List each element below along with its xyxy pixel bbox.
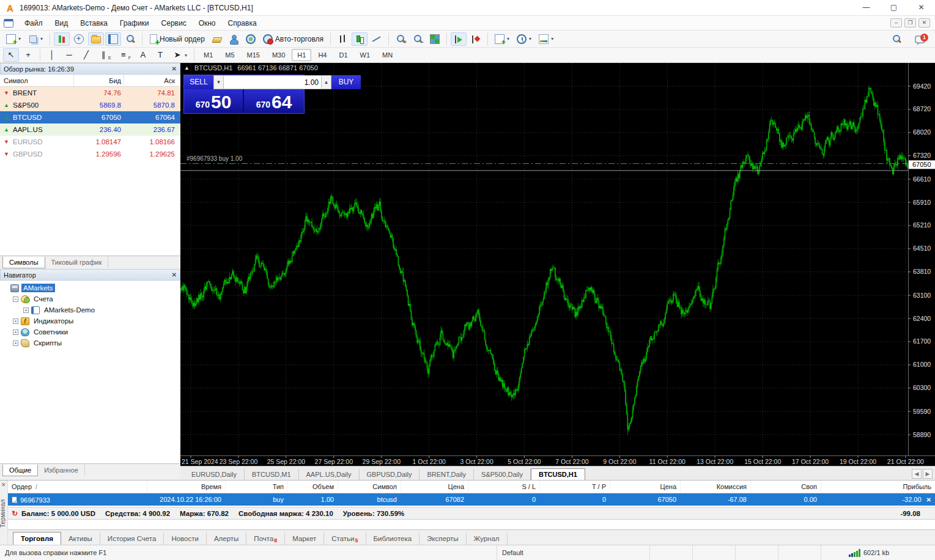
column-bid[interactable]: Бид — [73, 75, 124, 87]
maximize-button[interactable]: ▢ — [880, 0, 907, 15]
horizontal-line-button[interactable]: ─ — [61, 48, 77, 62]
tab-символы[interactable]: Символы — [2, 257, 45, 268]
terminal-column-ордер-0[interactable]: Ордер/ — [8, 481, 147, 493]
chart-tab-btcusd,h1[interactable]: BTCUSD,H1 — [531, 468, 585, 480]
navigator-item-скрипты[interactable]: +Скрипты — [0, 337, 180, 348]
mql5-services-button[interactable] — [243, 32, 259, 46]
market-watch-row-aapl.us[interactable]: ▲AAPL.US236.40236.67 — [0, 123, 180, 136]
menu-графики[interactable]: Графики — [114, 17, 155, 30]
chart-tab-aapl.us,daily[interactable]: AAPL.US,Daily — [299, 469, 360, 480]
terminal-tab-статьи[interactable]: Статьи5 — [324, 532, 366, 545]
navigator-item-amarkets-demo[interactable]: +AMarkets-Demo — [0, 304, 180, 315]
navigator-close-icon[interactable]: ✕ — [172, 271, 177, 278]
close-position-icon[interactable]: ✕ — [926, 496, 931, 503]
expand-toggle-icon[interactable]: + — [13, 341, 18, 346]
trendline-button[interactable]: ╱ — [78, 48, 94, 62]
mdi-restore-button[interactable]: ❐ — [904, 18, 916, 28]
tab-тиковый-график[interactable]: Тиковый график — [45, 257, 109, 268]
chart-area[interactable]: 6942068720680206732066610659106521064510… — [180, 63, 935, 466]
strategy-tester-button[interactable] — [122, 32, 138, 46]
terminal-tab-журнал[interactable]: Журнал — [467, 532, 508, 545]
market-watch-row-eurusd[interactable]: ▼EURUSD1.081471.08166 — [0, 136, 180, 148]
terminal-column-s-l-6[interactable]: S / L — [468, 481, 539, 493]
mdi-close-button[interactable]: ✕ — [918, 18, 930, 28]
arrows-button[interactable]: ➤▾ — [169, 48, 190, 62]
market-watch-close-icon[interactable]: ✕ — [172, 65, 177, 72]
market-watch-row-gbpusd[interactable]: ▼GBPUSD1.295961.29625 — [0, 148, 180, 160]
terminal-tab-эксперты[interactable]: Эксперты — [419, 532, 466, 545]
timeframe-M30[interactable]: M30 — [267, 49, 290, 61]
expand-toggle-icon[interactable]: + — [13, 330, 18, 335]
candlestick-chart[interactable]: 6942068720680206732066610659106521064510… — [180, 63, 935, 466]
terminal-close-icon[interactable]: ✕ — [1, 482, 6, 488]
status-profile[interactable]: Default — [497, 545, 650, 560]
new-chart-button[interactable]: ▾ — [3, 32, 24, 46]
chart-tab-btcusd,m1[interactable]: BTCUSD,M1 — [245, 469, 299, 480]
buy-price[interactable]: 670 64 — [244, 89, 304, 113]
terminal-tab-новости[interactable]: Новости — [164, 532, 207, 545]
terminal-column-t-p-7[interactable]: T / P — [539, 481, 610, 493]
terminal-column-цена-8[interactable]: Цена — [610, 481, 680, 493]
minimize-button[interactable]: — — [852, 0, 880, 15]
navigator-toggle-button[interactable] — [88, 32, 104, 45]
menu-окно[interactable]: Окно — [193, 17, 222, 30]
terminal-column-своп-10[interactable]: Своп — [750, 481, 821, 493]
auto-scroll-button[interactable] — [451, 32, 467, 46]
zoom-out-button[interactable]: − — [410, 32, 426, 46]
market-watch-column-header[interactable]: Символ Бид Аск — [0, 75, 180, 87]
column-ask[interactable]: Аск — [124, 75, 180, 87]
timeframe-MN[interactable]: MN — [377, 49, 398, 61]
navigator-item-счета[interactable]: −Счета — [0, 293, 180, 304]
chart-tab-eurusd,daily[interactable]: EURUSD,Daily — [184, 469, 245, 480]
sell-button[interactable]: SELL — [184, 75, 213, 89]
expand-toggle-icon[interactable]: − — [13, 297, 18, 302]
cursor-button[interactable]: ↖ — [3, 48, 19, 62]
chart-shift-button[interactable] — [468, 32, 484, 46]
timeframe-W1[interactable]: W1 — [355, 49, 376, 61]
expand-toggle-icon[interactable]: + — [13, 319, 18, 324]
sell-price[interactable]: 670 50 — [184, 89, 244, 113]
tabs-scroll-left-icon[interactable]: ◀ — [912, 469, 922, 479]
expand-toggle-icon[interactable]: + — [23, 308, 29, 313]
terminal-column-тип-2[interactable]: Тип — [225, 481, 287, 493]
buy-button[interactable]: BUY — [331, 75, 361, 89]
notifications-button[interactable]: 1 — [912, 32, 928, 46]
mdi-minimize-button[interactable]: – — [890, 18, 902, 28]
navigator-header[interactable]: Навигатор ✕ — [0, 269, 180, 281]
tabs-scroll-right-icon[interactable]: ▶ — [923, 469, 933, 479]
tab-избранное[interactable]: Избранное — [38, 465, 85, 476]
menu-справка[interactable]: Справка — [222, 17, 263, 30]
navigator-item-индикаторы[interactable]: +fИндикаторы — [0, 315, 180, 326]
profiles-button[interactable]: ▾ — [25, 32, 46, 46]
market-watch-row-btcusd[interactable]: ▲BTCUSD6705067064 — [0, 111, 180, 123]
timeframe-H1[interactable]: H1 — [292, 49, 311, 61]
volume-increase-button[interactable]: ▲ — [321, 75, 331, 89]
periods-button[interactable]: ▾ — [514, 32, 534, 46]
fibonacci-button[interactable]: ≡F — [116, 48, 134, 62]
chart-tab-s&p500,daily[interactable]: S&P500,Daily — [474, 469, 531, 480]
terminal-column-цена-5[interactable]: Цена — [401, 481, 468, 493]
search-button[interactable] — [889, 32, 904, 46]
auto-trading-button[interactable]: Авто-торговля — [260, 32, 327, 46]
timeframe-M5[interactable]: M5 — [220, 49, 240, 61]
tab-общие[interactable]: Общие — [2, 465, 38, 476]
volume-decrease-button[interactable]: ▼ — [213, 75, 224, 89]
terminal-column-символ-4[interactable]: Символ — [338, 481, 401, 493]
timeframe-H4[interactable]: H4 — [312, 49, 332, 61]
market-watch-row-brent[interactable]: ▼BRENT74.7674.81 — [0, 87, 180, 99]
open-position-row[interactable]: 969679332024.10.22 16:26:00buy1.00btcusd… — [8, 493, 935, 506]
menu-файл[interactable]: Файл — [18, 17, 49, 30]
chart-line-button[interactable] — [369, 32, 385, 46]
menu-вид[interactable]: Вид — [49, 17, 75, 30]
market-watch-row-s&p500[interactable]: ▲S&P5005869.85870.8 — [0, 99, 180, 111]
market-watch-header[interactable]: Обзор рынка: 16:26:39 ✕ — [0, 63, 180, 75]
terminal-tab-библиотека[interactable]: Библиотека — [366, 532, 420, 545]
templates-button[interactable]: ▾ — [536, 32, 556, 46]
depth-of-market-button[interactable] — [209, 33, 224, 45]
column-symbol[interactable]: Символ — [0, 77, 73, 84]
terminal-toggle-button[interactable] — [105, 32, 121, 46]
zoom-in-button[interactable]: + — [393, 32, 408, 46]
terminal-tab-маркет[interactable]: Маркет — [285, 532, 324, 545]
terminal-tab-торговля[interactable]: Торговля — [13, 532, 61, 545]
text-button[interactable]: A — [135, 48, 151, 62]
